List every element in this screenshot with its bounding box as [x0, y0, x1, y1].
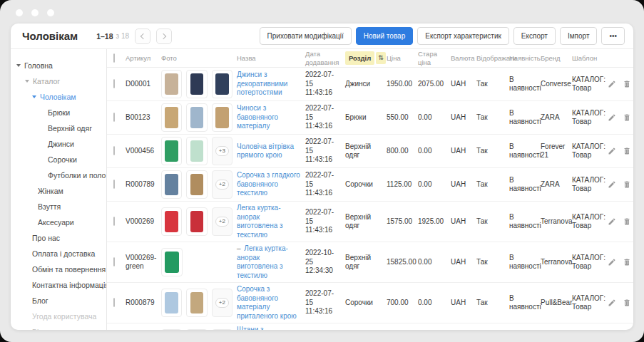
product-photo-thumbnail[interactable]	[161, 289, 182, 317]
prev-page-button[interactable]	[135, 28, 150, 44]
new-product-button[interactable]: Новий товар	[356, 27, 413, 45]
product-name-link[interactable]: Легка куртка-анорак виготовлена з тексти…	[237, 204, 283, 239]
edit-icon[interactable]	[608, 299, 616, 307]
row-checkbox[interactable]	[113, 298, 115, 307]
product-photo-thumbnail[interactable]	[161, 137, 182, 165]
product-photo-thumbnail[interactable]	[161, 329, 182, 330]
edit-icon[interactable]	[608, 80, 616, 88]
old-price-cell: 0.00	[418, 113, 451, 123]
sidebar-item-payment-delivery[interactable]: Оплата і доставка	[11, 246, 106, 261]
more-photos-thumbnail[interactable]: +3	[212, 137, 232, 165]
sidebar-item-men[interactable]: Чоловікам	[11, 89, 106, 105]
product-photo-thumbnail[interactable]	[161, 103, 182, 132]
product-photo-thumbnail[interactable]	[161, 70, 182, 98]
window-close-button[interactable]	[16, 9, 23, 16]
delete-icon[interactable]	[623, 299, 631, 307]
row-actions-cell	[608, 80, 633, 88]
sidebar-item-home[interactable]: Головна	[11, 58, 106, 73]
column-header-section[interactable]: Розділ⇅	[345, 51, 387, 66]
product-photo-thumbnail[interactable]	[186, 289, 207, 317]
garment-image	[165, 252, 178, 273]
product-name-link[interactable]: Сорочка з гладкого бавовняного текстилю	[237, 171, 300, 197]
more-photos-thumbnail[interactable]: +2	[212, 329, 232, 330]
sidebar-item-women[interactable]: Жінкам	[11, 183, 106, 199]
column-header-article[interactable]: Артикул	[126, 54, 161, 63]
more-photos-thumbnail[interactable]: +2	[212, 207, 232, 236]
product-name-link[interactable]: Сорочка з бавовняного матеріалу притален…	[237, 285, 297, 320]
column-header-brand[interactable]: Бренд	[541, 54, 572, 63]
sidebar-item-about[interactable]: Про нас	[11, 230, 106, 246]
column-header-photo[interactable]: Фото	[161, 54, 237, 63]
export-characteristics-button[interactable]: Експорт характеристик	[417, 27, 509, 45]
product-name-link[interactable]: Легка куртка-анорак виготовлена з тексти…	[237, 244, 288, 279]
delete-icon[interactable]	[623, 180, 631, 189]
edit-icon[interactable]	[608, 113, 616, 122]
window-minimize-button[interactable]	[31, 9, 39, 16]
row-checkbox[interactable]	[113, 113, 115, 122]
product-photo-thumbnail[interactable]	[212, 103, 232, 132]
sidebar-item-shirts[interactable]: Сорочки	[11, 152, 106, 167]
sidebar-item-store-reviews[interactable]: Відгуки про магазин	[11, 324, 106, 330]
product-photo-thumbnail[interactable]	[186, 70, 207, 98]
column-header-old_price[interactable]: Стара ціна	[418, 50, 451, 67]
column-header-price[interactable]: Ціна	[387, 54, 418, 63]
product-name-link[interactable]: Чиноси з бавовняного матеріалу	[237, 104, 278, 130]
row-checkbox[interactable]	[113, 257, 115, 266]
hide-modifications-button[interactable]: Приховати модифікації	[260, 27, 352, 45]
column-header-date[interactable]: Дата додавання	[305, 50, 345, 67]
window-maximize-button[interactable]	[47, 9, 54, 16]
delete-icon[interactable]	[623, 80, 631, 88]
delete-icon[interactable]	[623, 258, 631, 266]
edit-icon[interactable]	[608, 258, 616, 266]
product-photo-thumbnail[interactable]	[161, 207, 182, 236]
row-checkbox[interactable]	[113, 146, 115, 155]
sidebar-item-tshirts-polo[interactable]: Футболки и поло	[11, 167, 106, 183]
sidebar-item-jeans[interactable]: Джинси	[11, 136, 106, 152]
sidebar-item-accessories[interactable]: Аксесуари	[11, 214, 106, 230]
column-header-template[interactable]: Шаблон	[572, 54, 608, 63]
delete-icon[interactable]	[623, 217, 631, 226]
sidebar-item-catalog[interactable]: Каталог	[11, 73, 106, 89]
row-checkbox[interactable]	[113, 79, 115, 88]
edit-icon[interactable]	[608, 180, 616, 189]
sidebar-item-trousers[interactable]: Брюки	[11, 105, 106, 120]
product-photo-thumbnail[interactable]	[186, 103, 207, 132]
product-photo-thumbnail[interactable]	[161, 170, 182, 199]
edit-icon[interactable]	[608, 147, 616, 155]
product-photo-thumbnail[interactable]	[186, 137, 207, 165]
sort-icon[interactable]: ⇅	[376, 52, 386, 64]
row-checkbox[interactable]	[113, 180, 115, 189]
next-page-button[interactable]	[156, 28, 172, 44]
edit-icon[interactable]	[608, 217, 616, 226]
availability-cell: В наявності	[509, 294, 541, 312]
product-name-link[interactable]: Чоловіча вітрівка прямого крою	[237, 142, 294, 160]
product-name-link[interactable]: Джинси з декоративними потертостями	[237, 71, 287, 96]
sidebar-item-shoes[interactable]: Взуття	[11, 199, 106, 214]
product-name-link[interactable]: Штани з бавовняного матеріалу прямого кр…	[237, 326, 299, 330]
column-header-currency[interactable]: Валюта	[451, 54, 476, 63]
delete-icon[interactable]	[623, 147, 631, 155]
sidebar-item-user-agreement[interactable]: Угода користувача	[11, 309, 106, 324]
more-photos-thumbnail[interactable]: +2	[212, 170, 232, 199]
sidebar-item-blog[interactable]: Блог	[11, 293, 106, 309]
more-photos-thumbnail[interactable]: +2	[212, 289, 232, 317]
more-button[interactable]: •••	[601, 27, 625, 45]
product-photo-thumbnail[interactable]	[186, 207, 207, 236]
sidebar-item-contact-info[interactable]: Контактна інформація	[11, 277, 106, 293]
export-button[interactable]: Експорт	[513, 27, 556, 45]
sidebar-item-outerwear[interactable]: Верхній одяг	[11, 120, 106, 136]
product-photo-thumbnail[interactable]	[186, 170, 207, 199]
column-header-availability[interactable]: Наявність	[509, 54, 541, 63]
product-photo-thumbnail[interactable]	[161, 248, 183, 276]
template-cell: КАТАЛОГ: Товар	[572, 213, 608, 231]
column-header-visible[interactable]: Відображати	[476, 54, 509, 63]
delete-icon[interactable]	[623, 113, 631, 122]
product-photo-thumbnail[interactable]	[186, 329, 207, 330]
column-header-name[interactable]: Назва	[237, 54, 305, 63]
product-photo-thumbnail[interactable]	[212, 70, 232, 98]
import-button[interactable]: Імпорт	[560, 27, 598, 45]
row-checkbox[interactable]	[113, 217, 115, 226]
select-all-checkbox[interactable]	[113, 53, 115, 63]
sidebar-item-exchange-return[interactable]: Обмін та повернення	[11, 261, 106, 277]
name-cell: Чоловіча вітрівка прямого крою	[237, 142, 305, 160]
